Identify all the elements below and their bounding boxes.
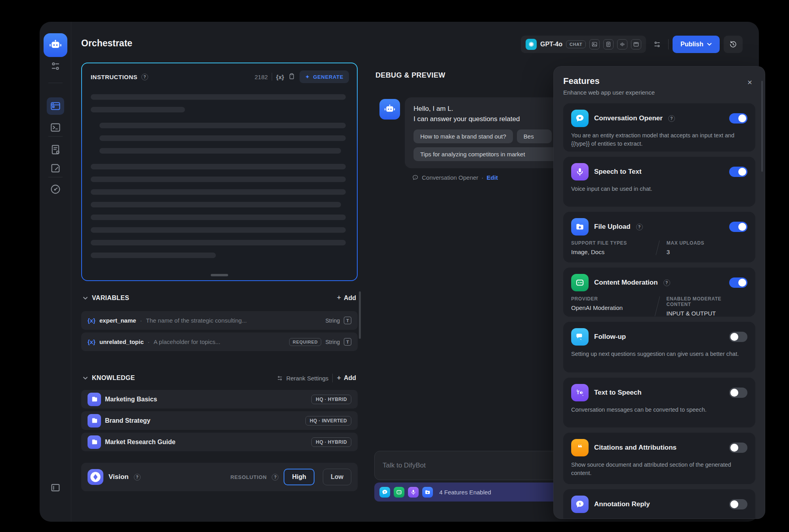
publish-button[interactable]: Publish xyxy=(673,36,720,53)
skeleton-line xyxy=(99,123,346,128)
model-selector[interactable]: ✺ GPT-4o CHAT xyxy=(521,36,646,53)
document-capability-icon xyxy=(603,39,614,49)
skeleton-line xyxy=(91,215,346,220)
close-icon[interactable]: ✕ xyxy=(744,77,755,88)
collapse-panel-icon xyxy=(50,482,61,494)
edit-opener-link[interactable]: Edit xyxy=(487,174,498,181)
resolution-high-button[interactable]: High xyxy=(284,469,314,485)
model-config-button[interactable] xyxy=(650,37,664,51)
instructions-panel[interactable]: INSTRUCTIONS ? 2182 {x} ✦ GENERATE xyxy=(81,63,358,281)
help-icon[interactable]: ? xyxy=(668,115,675,122)
help-icon[interactable]: ? xyxy=(141,74,148,80)
terminal-icon xyxy=(50,122,61,133)
text-to-speech-toggle[interactable] xyxy=(729,388,747,398)
generate-button[interactable]: ✦ GENERATE xyxy=(299,70,349,83)
sidebar-item-annotations[interactable] xyxy=(47,160,64,177)
insert-variable-button[interactable]: {x} xyxy=(276,74,284,80)
variable-icon: {x} xyxy=(88,317,95,324)
file-upload-toggle[interactable] xyxy=(729,222,747,232)
skeleton-line xyxy=(91,253,216,258)
panel-scrollbar-thumb[interactable] xyxy=(761,81,763,172)
sliders-icon xyxy=(50,60,61,72)
sidebar-item-orchestrate[interactable] xyxy=(47,97,64,115)
instructions-title: INSTRUCTIONS xyxy=(91,74,137,80)
bot-avatar xyxy=(379,99,400,120)
string-type-icon: T xyxy=(344,338,351,346)
help-icon[interactable]: ? xyxy=(636,224,643,230)
help-icon[interactable]: ? xyxy=(663,279,670,286)
citations-toggle[interactable] xyxy=(729,443,747,453)
variable-row[interactable]: {x} expert_name · The name of the strate… xyxy=(81,311,358,330)
variable-description: A placeholder for topics... xyxy=(154,338,285,345)
feature-description: Setting up next questions suggestion can… xyxy=(571,350,747,358)
annotation-reply-toggle[interactable] xyxy=(729,499,747,509)
robot-icon xyxy=(48,38,63,52)
suggestion-chip[interactable]: Tips for analyzing competitors in market xyxy=(414,147,561,161)
audio-capability-icon xyxy=(617,39,627,49)
skeleton-line xyxy=(91,202,341,207)
version-history-button[interactable] xyxy=(724,36,743,53)
suggestion-chip[interactable]: Bes xyxy=(517,129,552,143)
variable-description: The name of the strategic consulting... xyxy=(146,317,322,324)
knowledge-row[interactable]: Market Research Guide HQ · HYBRID xyxy=(81,433,358,451)
features-enabled-bar[interactable]: 4 Features Enabled xyxy=(374,483,564,502)
knowledge-doc-icon xyxy=(88,435,101,449)
feature-card-annotation-reply: Annotation Reply xyxy=(563,489,755,519)
model-mode-badge: CHAT xyxy=(566,40,586,48)
resize-handle[interactable] xyxy=(211,274,228,276)
header-divider xyxy=(668,39,669,49)
separator-dot: · xyxy=(140,317,142,324)
chevron-down-icon[interactable] xyxy=(83,374,88,382)
speech-to-text-toggle[interactable] xyxy=(729,167,747,177)
sidebar-item-terminal[interactable] xyxy=(47,119,64,136)
variable-type: String xyxy=(325,339,340,345)
skeleton-line xyxy=(91,189,346,195)
rerank-settings-button[interactable]: Rerank Settings xyxy=(276,375,329,382)
skeleton-line xyxy=(99,135,346,141)
knowledge-badge: HQ · INVERTED xyxy=(305,416,351,426)
sidebar-divider xyxy=(48,177,63,177)
resolution-low-button[interactable]: Low xyxy=(323,469,351,485)
model-name: GPT-4o xyxy=(540,41,562,48)
knowledge-row[interactable]: Marketing Basics HQ · HYBRID xyxy=(81,390,358,408)
sliders-icon xyxy=(653,40,661,49)
knowledge-name: Marketing Basics xyxy=(105,396,157,403)
chat-input[interactable] xyxy=(374,451,564,480)
help-icon[interactable]: ? xyxy=(272,474,278,481)
knowledge-badge: HQ · HYBRID xyxy=(311,437,351,447)
feature-name: Conversation Opener xyxy=(594,114,663,122)
copy-button[interactable] xyxy=(288,72,295,82)
add-knowledge-button[interactable]: +Add xyxy=(337,374,356,382)
variable-row[interactable]: {x} unrelated_topic · A placeholder for … xyxy=(81,332,358,351)
sidebar-item-model-settings[interactable] xyxy=(47,57,64,75)
header-controls: ✺ GPT-4o CHAT Publish xyxy=(521,36,743,53)
conversation-opener-toggle[interactable] xyxy=(729,113,747,124)
sidebar-item-monitoring[interactable] xyxy=(47,180,64,198)
feature-description: Conversation messages can be converted t… xyxy=(571,406,747,414)
variables-section-header: VARIABLES +Add xyxy=(83,294,356,302)
chevron-down-icon[interactable] xyxy=(83,294,88,302)
page-title: Orchestrate xyxy=(81,38,132,49)
instructions-editor[interactable]: INSTRUCTIONS ? 2182 {x} ✦ GENERATE xyxy=(82,63,357,280)
scrollbar-thumb[interactable] xyxy=(359,291,361,339)
suggestion-chip[interactable]: How to make a brand stand out? xyxy=(414,129,513,143)
knowledge-row[interactable]: Brand Strategy HQ · INVERTED xyxy=(81,411,358,430)
feature-name: Text to Speech xyxy=(594,389,642,397)
features-panel: Features ✕ Enhance web app user experien… xyxy=(553,66,765,519)
vision-label: Vision xyxy=(109,473,129,481)
sliders-icon xyxy=(276,375,283,382)
knowledge-name: Brand Strategy xyxy=(105,417,151,424)
add-variable-button[interactable]: +Add xyxy=(337,294,356,302)
string-type-icon: T xyxy=(344,317,351,324)
feature-card-conversation-opener: Conversation Opener ? You are an entity … xyxy=(563,103,755,152)
help-icon[interactable]: ? xyxy=(134,474,141,481)
edit-note-icon xyxy=(50,162,61,174)
sidebar-item-logs[interactable] xyxy=(47,141,64,158)
follow-up-toggle[interactable] xyxy=(729,332,747,342)
content-moderation-toggle[interactable] xyxy=(729,277,747,288)
skeleton-line xyxy=(91,227,346,233)
feature-card-content-moderation: Content Moderation ? PROVIDER OpenAI Mod… xyxy=(563,268,755,317)
feature-name: File Upload xyxy=(594,223,631,231)
collapse-sidebar-button[interactable] xyxy=(47,479,64,496)
app-logo-robot-icon[interactable] xyxy=(44,33,67,57)
